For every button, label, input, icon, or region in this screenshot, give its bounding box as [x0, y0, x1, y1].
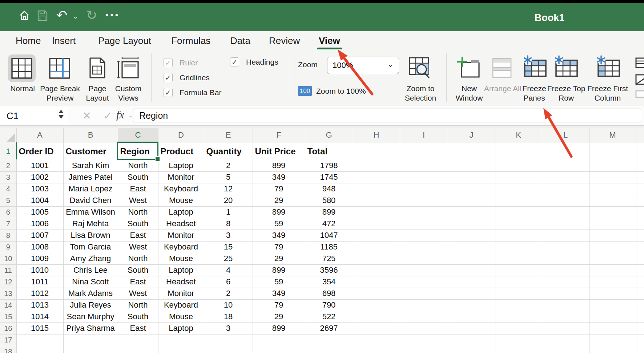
cell-E2[interactable]: 2	[204, 160, 253, 171]
cell-J5[interactable]	[448, 195, 495, 206]
cell-H18[interactable]	[353, 346, 400, 353]
column-header-F[interactable]: F	[253, 128, 305, 143]
row-header-7[interactable]: 7	[0, 218, 16, 230]
cell-C11[interactable]: South	[118, 264, 158, 276]
cell-D15[interactable]: Mouse	[158, 311, 204, 322]
cell-I7[interactable]	[400, 218, 448, 230]
cell-I2[interactable]	[400, 160, 448, 171]
cell-L3[interactable]	[542, 171, 589, 183]
home-icon[interactable]	[19, 9, 30, 22]
cell-A14[interactable]: 1013	[16, 299, 63, 311]
cell-H11[interactable]	[353, 264, 400, 276]
new-window-icon[interactable]	[456, 56, 480, 81]
cell-C8[interactable]: East	[118, 230, 158, 241]
cell-C2[interactable]: North	[118, 160, 158, 171]
cell-H8[interactable]	[353, 230, 400, 241]
row-header-3[interactable]: 3	[0, 171, 16, 183]
normal-view-icon[interactable]	[11, 57, 33, 81]
cell-A2[interactable]: 1001	[16, 160, 63, 171]
select-all-corner[interactable]	[0, 128, 16, 143]
cell-partial-13[interactable]	[636, 288, 644, 299]
cell-A10[interactable]: 1009	[16, 253, 63, 264]
cell-H12[interactable]	[353, 276, 400, 288]
cell-B10[interactable]: Amy Zhang	[63, 253, 118, 264]
cell-D3[interactable]: Monitor	[158, 171, 204, 183]
cell-L10[interactable]	[542, 253, 589, 264]
cell-partial-4[interactable]	[636, 183, 644, 195]
cell-A11[interactable]: 1010	[16, 264, 63, 276]
cell-K14[interactable]	[495, 299, 542, 311]
cell-partial-17[interactable]	[636, 334, 644, 346]
custom-views-icon[interactable]	[117, 57, 140, 81]
cell-H5[interactable]	[353, 195, 400, 206]
cell-L14[interactable]	[542, 299, 589, 311]
cell-M5[interactable]	[589, 195, 636, 206]
cell-D9[interactable]: Keyboard	[158, 241, 204, 253]
cell-L15[interactable]	[542, 311, 589, 322]
cell-A5[interactable]: 1004	[16, 195, 63, 206]
row-header-8[interactable]: 8	[0, 230, 16, 241]
cell-K3[interactable]	[495, 171, 542, 183]
cell-K13[interactable]	[495, 288, 542, 299]
cell-A6[interactable]: 1005	[16, 206, 63, 218]
cell-M8[interactable]	[589, 230, 636, 241]
cell-B1[interactable]: Customer	[63, 143, 118, 160]
cell-J12[interactable]	[448, 276, 495, 288]
cell-G7[interactable]: 472	[305, 218, 353, 230]
cell-J14[interactable]	[448, 299, 495, 311]
page-break-preview-icon[interactable]	[49, 57, 71, 81]
cell-L7[interactable]	[542, 218, 589, 230]
freeze-top-row-icon[interactable]	[554, 55, 578, 80]
column-header-A[interactable]: A	[16, 128, 63, 143]
row-header-11[interactable]: 11	[0, 264, 16, 276]
column-header-partial[interactable]	[636, 128, 644, 143]
cell-M17[interactable]	[589, 334, 636, 346]
cell-H17[interactable]	[353, 334, 400, 346]
cell-C5[interactable]: West	[118, 195, 158, 206]
tab-review[interactable]: Review	[269, 35, 300, 46]
cell-G9[interactable]: 1185	[305, 241, 353, 253]
cell-L4[interactable]	[542, 183, 589, 195]
cell-M18[interactable]	[589, 346, 636, 353]
cell-H9[interactable]	[353, 241, 400, 253]
cell-K12[interactable]	[495, 276, 542, 288]
cell-D13[interactable]: Monitor	[158, 288, 204, 299]
page-layout-view-button[interactable]: Page Layout	[83, 84, 112, 103]
cell-E15[interactable]: 18	[204, 311, 253, 322]
cell-E14[interactable]: 10	[204, 299, 253, 311]
cell-G18[interactable]	[305, 346, 353, 353]
column-header-G[interactable]: G	[305, 128, 353, 143]
cell-D4[interactable]: Keyboard	[158, 183, 204, 195]
cell-L17[interactable]	[542, 334, 589, 346]
cell-D11[interactable]: Laptop	[158, 264, 204, 276]
cell-M9[interactable]	[589, 241, 636, 253]
cell-G2[interactable]: 1798	[305, 160, 353, 171]
cell-K18[interactable]	[495, 346, 542, 353]
cell-E16[interactable]: 3	[204, 322, 253, 334]
cell-C9[interactable]: West	[118, 241, 158, 253]
fill-handle[interactable]	[155, 156, 160, 162]
cell-J13[interactable]	[448, 288, 495, 299]
cell-I11[interactable]	[400, 264, 448, 276]
cell-F17[interactable]	[253, 334, 305, 346]
cell-M7[interactable]	[589, 218, 636, 230]
cell-A4[interactable]: 1003	[16, 183, 63, 195]
cell-M11[interactable]	[589, 264, 636, 276]
cell-I14[interactable]	[400, 299, 448, 311]
cell-B5[interactable]: David Chen	[63, 195, 118, 206]
cell-B7[interactable]: Raj Mehta	[63, 218, 118, 230]
cell-F14[interactable]: 79	[253, 299, 305, 311]
cell-D1[interactable]: Product	[158, 143, 204, 160]
cell-H2[interactable]	[353, 160, 400, 171]
cell-F11[interactable]: 899	[253, 264, 305, 276]
freeze-first-column-icon[interactable]	[596, 55, 620, 80]
cell-partial-9[interactable]	[636, 241, 644, 253]
cell-M13[interactable]	[589, 288, 636, 299]
cell-C10[interactable]: North	[118, 253, 158, 264]
cell-L6[interactable]	[542, 206, 589, 218]
cell-K7[interactable]	[495, 218, 542, 230]
column-header-K[interactable]: K	[495, 128, 542, 143]
split-window-icon[interactable]	[635, 57, 644, 70]
cell-C3[interactable]: South	[118, 171, 158, 183]
cell-I8[interactable]	[400, 230, 448, 241]
